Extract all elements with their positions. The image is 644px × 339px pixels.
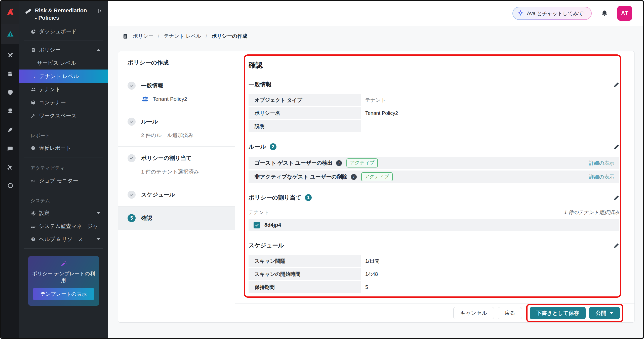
sidebar-item-container[interactable]: コンテナー: [19, 96, 108, 109]
rule-name: 非アクティブなゲスト ユーザーの削除: [255, 173, 347, 180]
assignment-heading: ポリシーの割り当て: [249, 194, 301, 201]
table-row: 保持期間 5: [249, 281, 619, 293]
sidebar-item-label: ジョブ モニター: [39, 177, 78, 184]
plane-icon[interactable]: [1, 158, 19, 176]
confirm-panel: 確認 一般情報 オブジェクト タイプ テナント ポリシー名 Tenant: [235, 51, 634, 322]
edit-general-pencil-icon[interactable]: [613, 82, 619, 88]
general-info-table: オブジェクト タイプ テナント ポリシー名 Tenant Policy2 説明: [249, 94, 619, 132]
step-rules[interactable]: ルール 2 件のルール追加済み: [118, 110, 235, 147]
rule-name: ゴースト ゲスト ユーザーの検出: [255, 159, 333, 166]
circle-icon[interactable]: [1, 176, 19, 195]
section-label-activity: アクティビティ: [19, 160, 108, 174]
database-icon[interactable]: [1, 102, 19, 120]
schedule-table: スキャン間隔 1/日間 スキャンの開始時間 14:48 保持期間 5: [249, 255, 619, 293]
row-label: スキャンの開始時間: [249, 268, 361, 280]
main-area: Ava とチャットしてみて! AT ポリシー / テナント レベル / ポリシー…: [108, 1, 643, 338]
row-value: Tenant Policy2: [361, 107, 398, 119]
sidebar-item-workspace[interactable]: ワークスペース: [19, 109, 108, 122]
chevron-down-icon: [610, 312, 613, 314]
row-label: オブジェクト タイプ: [249, 94, 361, 106]
cabinet-icon[interactable]: [1, 64, 19, 83]
breadcrumb-separator: /: [158, 33, 159, 39]
step-done-check-icon: [128, 82, 136, 90]
divider: [24, 248, 103, 249]
chat-icon[interactable]: [1, 139, 19, 158]
step-label: 確認: [141, 214, 152, 222]
edit-rules-pencil-icon[interactable]: [613, 144, 619, 150]
step-confirm-active[interactable]: 5 確認: [118, 207, 235, 230]
sidebar-item-label: ワークスペース: [39, 112, 76, 119]
rules-list: ゴースト ゲスト ユーザーの検出 i アクティブ 詳細の表示 非アクティブなゲス…: [249, 157, 619, 183]
section-label-system: システム: [19, 192, 108, 207]
sidebar-item-settings[interactable]: 設定: [19, 207, 108, 220]
section-label-reports: レポート: [19, 127, 108, 142]
sidebar-item-tenant-level-active[interactable]: → テナント レベル: [19, 70, 108, 83]
table-row: ポリシー名 Tenant Policy2: [249, 107, 619, 119]
step-done-check-icon: [128, 191, 136, 199]
sidebar-item-label: システム監査マネージャー: [39, 223, 103, 230]
divider: [24, 41, 103, 41]
sidebar-item-label: 違反レポート: [39, 145, 71, 152]
sidebar-item-policies[interactable]: ポリシー: [19, 43, 108, 56]
breadcrumb-create-policy[interactable]: ポリシーの作成: [212, 33, 247, 40]
alert-circle-icon: [30, 146, 36, 151]
step-sub-tenants-count: 1 件のテナント選択済み: [141, 168, 235, 175]
view-details-link[interactable]: 詳細の表示: [589, 174, 614, 180]
sidebar-item-label: テナント レベル: [39, 73, 79, 80]
collapse-sidebar-icon[interactable]: [97, 8, 103, 15]
ava-chat-button[interactable]: Ava とチャットしてみて!: [512, 7, 592, 20]
app-window: Risk & Remediation - Policies ダッシュボード ポリ…: [0, 0, 644, 339]
sidebar-item-violation-report[interactable]: 違反レポート: [19, 142, 108, 155]
step-done-check-icon: [128, 154, 136, 162]
edit-assignment-pencil-icon[interactable]: [613, 195, 619, 201]
sidebar-item-tenant[interactable]: テナント: [19, 83, 108, 96]
back-button[interactable]: 戻る: [498, 307, 522, 319]
tenant-checkbox-checked[interactable]: [254, 222, 260, 228]
breadcrumb-policies[interactable]: ポリシー: [133, 33, 153, 40]
logo-icon[interactable]: [1, 1, 19, 24]
chevron-up-icon[interactable]: [97, 49, 100, 51]
clipboard-icon: [30, 47, 36, 53]
sidebar-item-job-monitor[interactable]: ジョブ モニター: [19, 174, 108, 187]
sidebar-item-service-level[interactable]: サービス レベル: [19, 56, 108, 70]
view-details-link[interactable]: 詳細の表示: [589, 160, 614, 166]
magic-wand-icon: [60, 263, 67, 267]
sidebar-item-system-audit-manager[interactable]: システム監査マネージャー: [19, 220, 108, 233]
show-templates-button[interactable]: テンプレートの表示: [33, 288, 94, 300]
edit-schedule-pencil-icon[interactable]: [613, 243, 619, 249]
divider: [24, 157, 103, 157]
ava-chat-label: Ava とチャットしてみて!: [527, 10, 585, 17]
step-label: スケジュール: [141, 191, 175, 198]
gear-icon: [30, 211, 36, 216]
step-policy-assignment[interactable]: ポリシーの割り当て 1 件のテナント選択済み: [118, 147, 235, 183]
publish-button[interactable]: 公開: [589, 307, 620, 319]
notifications-bell-icon[interactable]: [601, 10, 608, 17]
confirm-title: 確認: [249, 60, 619, 70]
cancel-button[interactable]: キャンセル: [453, 307, 494, 319]
arrow-right-icon: →: [30, 73, 36, 80]
row-value: 1/日間: [361, 255, 380, 267]
sidebar-item-label: ポリシー: [39, 46, 60, 53]
sidebar-item-dashboard[interactable]: ダッシュボード: [19, 25, 108, 38]
rail-item-risk-active[interactable]: [1, 24, 19, 44]
step-general-info[interactable]: 一般情報 Tenant Policy2: [118, 74, 235, 110]
chevron-down-icon[interactable]: [97, 212, 100, 214]
user-avatar[interactable]: AT: [617, 6, 632, 21]
selected-tenants-note: 1 件のテナント選択済み: [564, 209, 620, 216]
shield-icon[interactable]: [1, 83, 19, 102]
table-row: 説明: [249, 120, 619, 132]
breadcrumb-tenant-level[interactable]: テナント レベル: [164, 33, 201, 40]
step-schedule[interactable]: スケジュール: [118, 183, 235, 207]
info-icon[interactable]: i: [351, 174, 357, 180]
feather-icon[interactable]: [1, 120, 19, 139]
table-row: スキャン間隔 1/日間: [249, 255, 619, 267]
icon-rail: [1, 1, 19, 338]
save-draft-button[interactable]: 下書きとして保存: [530, 307, 586, 319]
sidebar-item-help-resources[interactable]: ? ヘルプ & リソース: [19, 233, 108, 246]
info-icon[interactable]: i: [336, 160, 342, 166]
step-label: ルール: [141, 118, 158, 125]
chevron-down-icon[interactable]: [97, 238, 100, 240]
sidebar: Risk & Remediation - Policies ダッシュボード ポリ…: [19, 1, 108, 338]
box-icon: [30, 100, 36, 105]
tools-icon[interactable]: [1, 46, 19, 64]
